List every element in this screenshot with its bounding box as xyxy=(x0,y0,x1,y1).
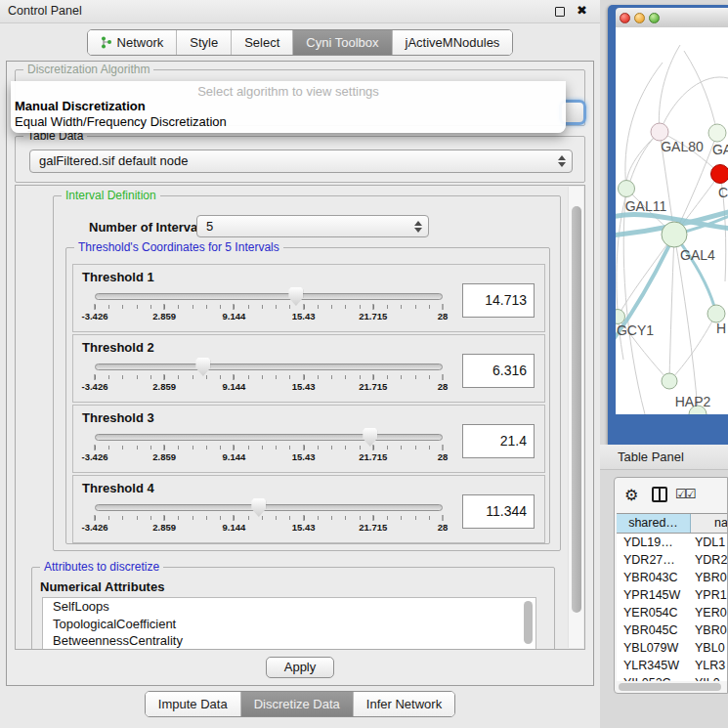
thresholds-group: Threshold's Coordinates for 5 Intervals … xyxy=(65,247,550,544)
slider-track[interactable] xyxy=(95,434,443,441)
table-row[interactable]: YDR27…YDR2 xyxy=(617,551,727,569)
slider-minor-ticks xyxy=(95,446,443,450)
close-icon[interactable]: ✖ xyxy=(577,3,587,18)
threshold-2-panel: Threshold 2 -3.426 2.859 9.144 15.43 21.… xyxy=(72,334,545,403)
table-panel-title: Table Panel xyxy=(618,450,684,464)
control-panel-titlebar: Control Panel ✖ xyxy=(0,0,600,23)
threshold-3-slider[interactable]: -3.426 2.859 9.144 15.43 21.715 28 xyxy=(95,431,443,462)
tab-infer-network[interactable]: Infer Network xyxy=(353,692,454,716)
node-hap2[interactable] xyxy=(662,373,677,389)
network-window-titlebar[interactable] xyxy=(616,8,728,27)
tab-jactivemnodules[interactable]: jActiveMNodules xyxy=(392,30,513,55)
table-data-group: Table Data galFiltered.sif default node xyxy=(15,136,585,183)
tab-impute-data[interactable]: Impute Data xyxy=(146,692,240,716)
column-header-name[interactable]: na xyxy=(691,514,727,533)
interval-definition-group: Interval Definition Number of Intervals … xyxy=(53,195,561,551)
gear-icon[interactable]: ⚙ xyxy=(624,486,638,504)
node-gal4[interactable] xyxy=(662,222,687,247)
threshold-4-value-field[interactable]: 11.344 xyxy=(462,494,535,529)
horizontal-scrollbar-thumb[interactable] xyxy=(619,683,721,691)
minimize-traffic-light-icon[interactable] xyxy=(634,13,645,23)
slider-minor-ticks xyxy=(95,516,443,520)
slider-track[interactable] xyxy=(95,364,443,370)
columns-icon[interactable] xyxy=(652,487,667,502)
tab-style[interactable]: Style xyxy=(176,30,231,55)
attribute-item-betweennesscentrality[interactable]: BetweennessCentrality xyxy=(43,632,535,650)
close-traffic-light-icon[interactable] xyxy=(620,13,630,23)
dropdown-option-manual-discretization[interactable]: Manual Discretization xyxy=(15,99,146,113)
right-panel: GAL80 GA C GAL11 GAL4 GCY1 H HAP2 Table … xyxy=(600,0,728,728)
panel-title: Control Panel xyxy=(8,4,82,18)
table-toolbar: ⚙ ☑☑ xyxy=(615,478,727,513)
table-row[interactable]: YBR043CYBR0 xyxy=(617,569,727,586)
attributes-group: Attributes to discretize Numerical Attri… xyxy=(31,567,555,650)
svg-text:GAL11: GAL11 xyxy=(625,198,667,214)
slider-thumb[interactable] xyxy=(251,498,266,517)
tab-network-label: Network xyxy=(117,35,164,50)
top-tab-bar: Network Style Select Cyni Toolbox jActiv… xyxy=(0,23,600,61)
table-row[interactable]: YIL052CYIL0 xyxy=(617,674,727,681)
table-panel-box: ⚙ ☑☑ shared… na YDL19…YDL1 YDR27…YDR2 YB… xyxy=(614,477,728,694)
threshold-3-panel: Threshold 3 -3.426 2.859 9.144 15.43 21.… xyxy=(72,405,545,473)
network-view-window[interactable]: GAL80 GA C GAL11 GAL4 GCY1 H HAP2 xyxy=(608,5,728,445)
interval-definition-title: Interval Definition xyxy=(62,189,160,202)
number-of-intervals-label: Number of Intervals xyxy=(89,220,208,235)
node-partial-top-right[interactable] xyxy=(708,124,726,142)
threshold-2-slider[interactable]: -3.426 2.859 9.144 15.43 21.715 28 xyxy=(95,361,443,392)
zoom-traffic-light-icon[interactable] xyxy=(649,13,660,23)
number-of-intervals-combobox[interactable]: 5 xyxy=(196,215,429,237)
threshold-4-slider[interactable]: -3.426 2.859 9.144 15.43 21.715 28 xyxy=(95,501,443,533)
threshold-1-panel: Threshold 1 -3.426 2.859 9.144 15.43 21.… xyxy=(72,264,545,332)
node-red-selected[interactable] xyxy=(711,165,728,184)
attributes-list-scrollbar[interactable] xyxy=(524,601,533,644)
slider-track[interactable] xyxy=(95,293,443,300)
attribute-item-selfloops[interactable]: SelfLoops xyxy=(43,598,535,616)
cyni-toolbox-panel: Discretization Algorithm Table Data galF… xyxy=(6,61,594,686)
threshold-3-value-field[interactable]: 21.4 xyxy=(462,424,535,458)
node-gal11[interactable] xyxy=(619,181,635,197)
attributes-group-title: Attributes to discretize xyxy=(40,560,163,574)
table-row[interactable]: YLR345WYLR3 xyxy=(617,657,727,674)
numerical-attributes-list: SelfLoops TopologicalCoefficient Between… xyxy=(42,597,536,650)
svg-text:GA: GA xyxy=(712,142,728,157)
threshold-2-value-field[interactable]: 6.316 xyxy=(462,354,535,388)
svg-text:GAL4: GAL4 xyxy=(680,247,715,263)
network-canvas[interactable]: GAL80 GA C GAL11 GAL4 GCY1 H HAP2 xyxy=(616,27,728,414)
threshold-4-label: Threshold 4 xyxy=(82,481,154,495)
slider-thumb[interactable] xyxy=(363,428,377,447)
number-of-intervals-value: 5 xyxy=(206,219,213,234)
attribute-item-topologicalcoefficient[interactable]: TopologicalCoefficient xyxy=(43,616,535,633)
svg-text:GCY1: GCY1 xyxy=(617,322,654,338)
float-window-icon[interactable] xyxy=(555,7,565,17)
tab-discretize-data[interactable]: Discretize Data xyxy=(240,692,353,716)
tab-select[interactable]: Select xyxy=(231,30,292,55)
table-row[interactable]: YBR045CYBR0 xyxy=(617,621,727,639)
table-row[interactable]: YPR145WYPR1 xyxy=(617,586,727,604)
slider-thumb[interactable] xyxy=(195,358,210,376)
vertical-scrollbar-track[interactable] xyxy=(568,187,583,648)
slider-minor-ticks xyxy=(95,375,443,379)
dropdown-option-equal-width[interactable]: Equal Width/Frequency Discretization xyxy=(15,114,227,129)
table-body: YDL19…YDL1 YDR27…YDR2 YBR043CYBR0 YPR145… xyxy=(617,534,727,681)
select-all-checkboxes-icon[interactable]: ☑☑ xyxy=(675,487,694,501)
threshold-1-slider[interactable]: -3.426 2.859 9.144 15.43 21.715 28 xyxy=(95,290,443,321)
vertical-scrollbar-thumb[interactable] xyxy=(572,206,581,613)
column-header-shared-name[interactable]: shared… xyxy=(617,514,691,533)
apply-footer: Apply xyxy=(7,650,593,685)
slider-track[interactable] xyxy=(95,504,443,511)
svg-text:H: H xyxy=(716,321,726,336)
tab-cyni-toolbox[interactable]: Cyni Toolbox xyxy=(292,30,391,55)
table-row[interactable]: YBL079WYBL0 xyxy=(617,639,727,657)
horizontal-scrollbar-track[interactable] xyxy=(619,683,723,691)
table-data-combobox[interactable]: galFiltered.sif default node xyxy=(29,150,573,173)
table-data-value: galFiltered.sif default node xyxy=(39,153,188,168)
thresholds-group-title: Threshold's Coordinates for 5 Intervals xyxy=(74,240,283,254)
tab-network[interactable]: Network xyxy=(88,30,177,55)
combobox-stepper-icon xyxy=(414,221,422,233)
table-row[interactable]: YDL19…YDL1 xyxy=(617,534,727,551)
apply-button[interactable]: Apply xyxy=(266,657,334,678)
threshold-1-value-field[interactable]: 14.713 xyxy=(462,283,535,318)
algorithm-hint: Select algorithm to view settings xyxy=(11,84,566,99)
slider-thumb[interactable] xyxy=(288,287,303,306)
table-row[interactable]: YER054CYER0 xyxy=(617,604,727,621)
